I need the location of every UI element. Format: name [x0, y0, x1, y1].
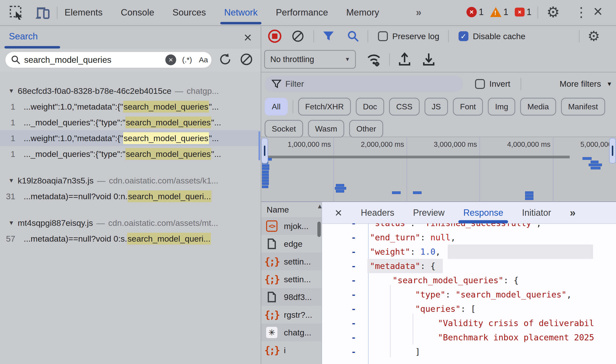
fold-marker[interactable]: - [351, 302, 356, 316]
inspect-element-icon[interactable] [9, 5, 24, 20]
more-details-tabs-icon[interactable]: » [570, 207, 574, 219]
fold-marker[interactable]: - [351, 316, 356, 330]
record-stop-icon[interactable] [268, 30, 281, 43]
network-overview-timeline[interactable]: 1,000,000 ms2,000,000 ms3,000,000 ms4,00… [261, 137, 616, 202]
disable-cache-checkbox[interactable]: ✓ [459, 31, 468, 41]
search-match-row[interactable]: 1..._model_queries":{"type":"search_mode… [0, 146, 261, 162]
clear-network-log-icon[interactable] [291, 30, 305, 43]
tab-performance[interactable]: Performance [276, 0, 328, 25]
more-tabs-icon[interactable]: » [416, 7, 420, 18]
request-row[interactable]: edge [261, 235, 322, 253]
network-search-icon[interactable] [347, 30, 359, 42]
token-str: "search_model_queries" [456, 290, 566, 299]
details-tab-preview[interactable]: Preview [413, 202, 445, 223]
more-filters-button[interactable]: More filters ▼ [560, 79, 612, 89]
kebab-menu-icon[interactable]: ⋮ [575, 5, 588, 19]
code-text: "Validity crisis of deliverabil [438, 316, 594, 330]
selection-highlight [448, 245, 593, 259]
close-details-icon[interactable]: × [335, 206, 342, 220]
timeline-right-handle[interactable] [609, 138, 616, 164]
warning-badge[interactable]: ! 1 [490, 7, 508, 17]
details-tab-initiator[interactable]: Initiator [522, 202, 551, 223]
filter-chip-media[interactable]: Media [520, 98, 556, 116]
request-row[interactable]: 98df3... [261, 288, 322, 306]
fold-marker[interactable]: - [351, 245, 356, 259]
search-match-row[interactable]: 57...metadata)==null?void 0:s.search_mod… [0, 231, 261, 247]
search-match-row[interactable]: 1...weight":1.0,"metadata":{"search_mode… [0, 99, 261, 115]
error-badge[interactable]: × 1 [466, 7, 484, 17]
fold-marker[interactable]: - [351, 330, 356, 345]
filter-chip-font[interactable]: Font [453, 98, 483, 116]
tree-expand-caret-icon[interactable]: ▼ [8, 87, 14, 94]
export-har-icon[interactable] [422, 52, 435, 66]
filter-chip-wasm[interactable]: Wasm [308, 120, 344, 138]
tree-expand-caret-icon[interactable]: ▼ [8, 219, 14, 226]
search-match-row[interactable]: 31...metadata)==null?void 0:n.search_mod… [0, 188, 261, 204]
request-row[interactable]: {;}settin... [261, 253, 322, 270]
search-tab-label[interactable]: Search [9, 31, 38, 42]
filter-input[interactable]: Filter [265, 76, 463, 92]
regex-toggle[interactable]: (.*) [182, 56, 192, 64]
name-column-header[interactable]: Name [261, 202, 322, 218]
fold-marker[interactable]: - [351, 345, 356, 359]
timeline-left-handle[interactable] [261, 138, 268, 164]
invert-checkbox[interactable] [475, 79, 485, 89]
fold-marker[interactable]: - [351, 259, 356, 273]
separator-dash: — [96, 218, 105, 228]
match-case-toggle[interactable]: Aa [199, 56, 208, 64]
search-result-file-header[interactable]: ▼mt4sqpgi887eisqy.js—cdn.oaistatic.com/a… [0, 215, 261, 231]
search-result-file-header[interactable]: ▼68ecfcd3-f0a0-8328-b78e-46c2eb4015ce—ch… [0, 83, 261, 99]
code-text: "type": "search_model_queries", [415, 287, 572, 302]
preserve-log-checkbox[interactable] [378, 31, 388, 41]
tab-sources[interactable]: Sources [172, 0, 206, 25]
search-match-row[interactable]: 1..._model_queries":{"type":"search_mode… [0, 115, 261, 130]
table-scrollbar-thumb[interactable] [317, 222, 321, 237]
fold-marker[interactable]: - [351, 287, 356, 302]
issues-badge[interactable]: × 1 [515, 7, 531, 17]
search-scrollbar-thumb[interactable] [258, 131, 260, 160]
throttling-select[interactable]: No throttling ▼ [264, 50, 356, 69]
refresh-search-icon[interactable] [218, 52, 232, 66]
filter-chip-socket[interactable]: Socket [265, 120, 303, 138]
device-toolbar-icon[interactable] [34, 5, 50, 20]
search-input[interactable]: search_model_queries × (.*) Aa [5, 52, 211, 68]
tree-expand-caret-icon[interactable]: ▼ [8, 177, 14, 184]
filter-chip-other[interactable]: Other [349, 120, 383, 138]
response-body-viewer[interactable]: -"status": "finished_successfully",-"end… [322, 223, 616, 364]
settings-gear-icon[interactable]: ⚙ [547, 5, 560, 20]
details-tab-headers[interactable]: Headers [361, 202, 394, 223]
filter-chip-fetchxhr[interactable]: Fetch/XHR [298, 98, 351, 116]
tab-console[interactable]: Console [121, 0, 154, 25]
timeline-gridline [553, 137, 553, 201]
file-icon [266, 238, 277, 249]
tab-elements[interactable]: Elements [65, 0, 103, 25]
tab-memory[interactable]: Memory [346, 0, 379, 25]
filter-chip-manifest[interactable]: Manifest [561, 98, 605, 116]
fold-marker[interactable]: - [351, 223, 356, 230]
request-row[interactable]: {;}i [261, 341, 322, 359]
request-row[interactable]: <>mjok... [261, 217, 322, 235]
close-search-icon[interactable]: × [244, 29, 252, 45]
details-tab-response[interactable]: Response [463, 202, 503, 223]
request-row[interactable]: {;}settin... [261, 270, 322, 288]
filter-chip-all[interactable]: All [265, 98, 288, 116]
search-result-file-header[interactable]: ▼k19lz8oaqia7n3s5.js—cdn.oaistatic.com/a… [0, 173, 261, 188]
request-row[interactable]: ✳chatg... [261, 324, 322, 341]
filter-chip-img[interactable]: Img [488, 98, 515, 116]
import-har-icon[interactable] [398, 52, 411, 66]
search-match-row[interactable]: 1...weight":1.0,"metadata":{"search_mode… [0, 130, 261, 146]
network-settings-gear-icon[interactable]: ⚙ [587, 29, 600, 43]
close-devtools-icon[interactable]: × [593, 3, 602, 19]
tab-network[interactable]: Network [224, 0, 258, 25]
request-row[interactable]: {;}rgstr?... [261, 306, 322, 324]
filter-chip-js[interactable]: JS [425, 98, 448, 116]
clear-query-icon[interactable]: × [165, 54, 176, 65]
clear-search-results-icon[interactable] [240, 52, 253, 66]
funnel-filter-icon[interactable] [322, 31, 335, 42]
filter-chip-doc[interactable]: Doc [356, 98, 384, 116]
filter-chip-css[interactable]: CSS [389, 98, 420, 116]
network-conditions-icon[interactable] [366, 52, 381, 66]
fold-marker[interactable]: - [351, 230, 356, 245]
code-line: -] [322, 345, 616, 359]
fold-marker[interactable]: - [351, 273, 356, 287]
